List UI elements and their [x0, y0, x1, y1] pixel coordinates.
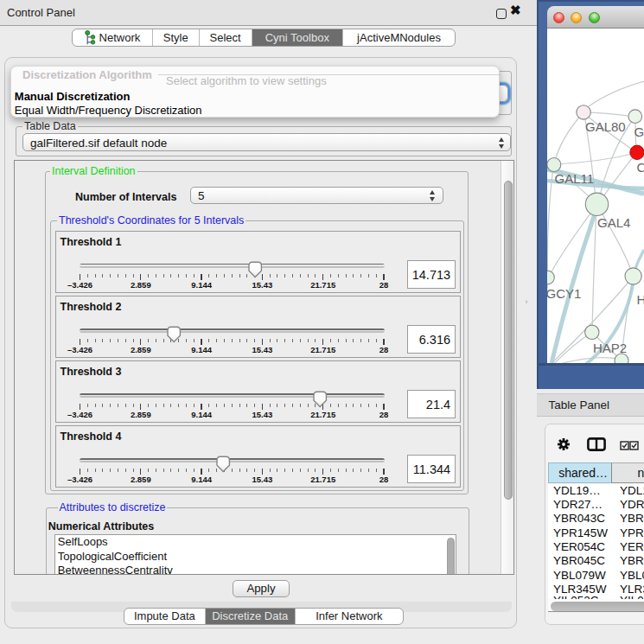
svg-text:CA: CA — [637, 160, 644, 175]
svg-text:GAL80: GAL80 — [585, 119, 626, 134]
svg-text:GAL4: GAL4 — [597, 215, 630, 230]
svg-text:HA: HA — [637, 292, 644, 307]
svg-text:HAP2: HAP2 — [593, 341, 627, 355]
svg-text:GCY1: GCY1 — [547, 286, 581, 301]
svg-text:GAL: GAL — [634, 124, 644, 139]
svg-text:GAL11: GAL11 — [555, 171, 595, 186]
